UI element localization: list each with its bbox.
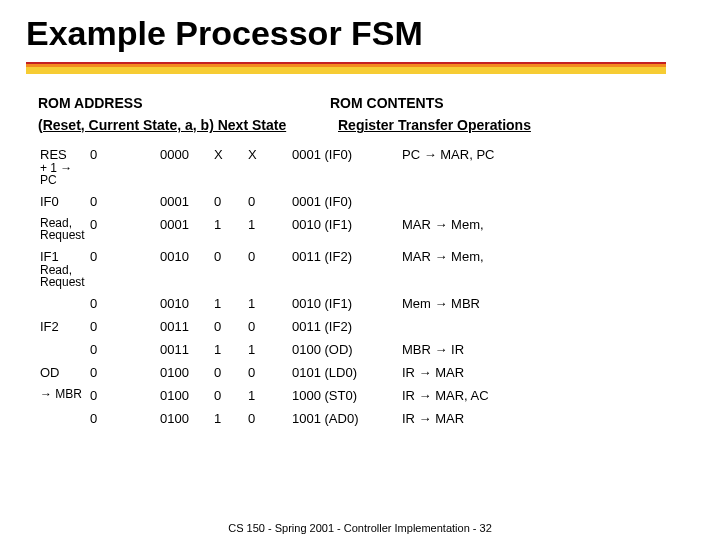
table-row: 00011110100 (OD)MBR → IR: [38, 338, 682, 361]
cell-state: [38, 338, 88, 361]
fsm-table: RES+ 1 → PC00000XX0001 (IF0)PC → MAR, PC…: [38, 143, 682, 430]
cell-b: 1: [246, 213, 290, 245]
cell-b: 1: [246, 384, 290, 407]
cell-b: 0: [246, 361, 290, 384]
slide-title: Example Processor FSM: [0, 0, 720, 53]
cell-reset: 0: [88, 384, 158, 407]
cell-a: 1: [212, 407, 246, 430]
cell-a: X: [212, 143, 246, 190]
cell-ops: Mem → MBR: [400, 292, 682, 315]
cell-curr: 0001: [158, 190, 212, 213]
slide-footer: CS 150 - Spring 2001 - Controller Implem…: [0, 522, 720, 534]
cell-next: 0001 (IF0): [290, 143, 400, 190]
slide-body: ROM ADDRESS ROM CONTENTS (Reset, Current…: [0, 77, 720, 430]
cell-ops: IR → MAR, AC: [400, 384, 682, 407]
cell-a: 0: [212, 245, 246, 292]
cell-reset: 0: [88, 143, 158, 190]
cell-next: 0010 (IF1): [290, 292, 400, 315]
cell-next: 1001 (AD0): [290, 407, 400, 430]
cell-state: OD: [38, 361, 88, 384]
cell-state: IF1Read, Request: [38, 245, 88, 292]
cell-ops: IR → MAR: [400, 361, 682, 384]
cell-a: 1: [212, 338, 246, 361]
cell-ops: PC → MAR, PC: [400, 143, 682, 190]
cell-ops: [400, 315, 682, 338]
cell-curr: 0100: [158, 384, 212, 407]
cell-a: 0: [212, 315, 246, 338]
cell-reset: 0: [88, 338, 158, 361]
cell-next: 0011 (IF2): [290, 315, 400, 338]
cell-state: [38, 407, 88, 430]
cell-state: RES+ 1 → PC: [38, 143, 88, 190]
cell-b: 0: [246, 315, 290, 338]
cell-curr: 0011: [158, 315, 212, 338]
cell-ops: MAR → Mem,: [400, 245, 682, 292]
cell-curr: 0001: [158, 213, 212, 245]
cell-state: [38, 292, 88, 315]
cell-state: IF0: [38, 190, 88, 213]
cell-curr: 0010: [158, 292, 212, 315]
header-address-cols: (Reset, Current State, a, b) Next State: [38, 117, 338, 133]
table-row: → MBR00100011000 (ST0)IR → MAR, AC: [38, 384, 682, 407]
header-rom-contents: ROM CONTENTS: [330, 95, 444, 111]
cell-curr: 0100: [158, 361, 212, 384]
cell-state-extra: Read, Request: [40, 217, 86, 241]
cell-ops: [400, 190, 682, 213]
cell-next: 0100 (OD): [290, 338, 400, 361]
cell-reset: 0: [88, 245, 158, 292]
title-underline: [26, 63, 666, 77]
cell-reset: 0: [88, 292, 158, 315]
cell-next: 0010 (IF1): [290, 213, 400, 245]
cell-a: 0: [212, 361, 246, 384]
cell-state: → MBR: [38, 384, 88, 407]
cell-curr: 0100: [158, 407, 212, 430]
cell-b: 1: [246, 292, 290, 315]
cell-curr: 0000: [158, 143, 212, 190]
cell-a: 1: [212, 213, 246, 245]
cell-reset: 0: [88, 361, 158, 384]
table-row: RES+ 1 → PC00000XX0001 (IF0)PC → MAR, PC: [38, 143, 682, 190]
cell-reset: 0: [88, 213, 158, 245]
cell-a: 0: [212, 190, 246, 213]
cell-curr: 0011: [158, 338, 212, 361]
table-row: IF000001000001 (IF0): [38, 190, 682, 213]
table-row: IF1Read, Request00010000011 (IF2)MAR → M…: [38, 245, 682, 292]
cell-state-extra: Read, Request: [40, 264, 86, 288]
table-row: 00100101001 (AD0)IR → MAR: [38, 407, 682, 430]
cell-state-extra: + 1 → PC: [40, 162, 86, 186]
table-row: 00010110010 (IF1)Mem → MBR: [38, 292, 682, 315]
cell-a: 1: [212, 292, 246, 315]
cell-next: 0001 (IF0): [290, 190, 400, 213]
cell-state: IF2: [38, 315, 88, 338]
cell-reset: 0: [88, 407, 158, 430]
cell-ops: IR → MAR: [400, 407, 682, 430]
cell-ops: MBR → IR: [400, 338, 682, 361]
cell-next: 1000 (ST0): [290, 384, 400, 407]
cell-a: 0: [212, 384, 246, 407]
table-row: OD00100000101 (LD0)IR → MAR: [38, 361, 682, 384]
header-ops-col: Register Transfer Operations: [338, 117, 682, 133]
header-rom-address: ROM ADDRESS: [38, 95, 330, 111]
cell-b: 0: [246, 407, 290, 430]
cell-state: Read, Request: [38, 213, 88, 245]
table-row: IF200011000011 (IF2): [38, 315, 682, 338]
cell-next: 0101 (LD0): [290, 361, 400, 384]
table-row: Read, Request00001110010 (IF1)MAR → Mem,: [38, 213, 682, 245]
cell-reset: 0: [88, 315, 158, 338]
cell-ops: MAR → Mem,: [400, 213, 682, 245]
cell-b: 1: [246, 338, 290, 361]
cell-next: 0011 (IF2): [290, 245, 400, 292]
cell-state-extra: → MBR: [40, 388, 86, 400]
cell-b: 0: [246, 190, 290, 213]
cell-reset: 0: [88, 190, 158, 213]
cell-curr: 0010: [158, 245, 212, 292]
cell-b: 0: [246, 245, 290, 292]
cell-b: X: [246, 143, 290, 190]
